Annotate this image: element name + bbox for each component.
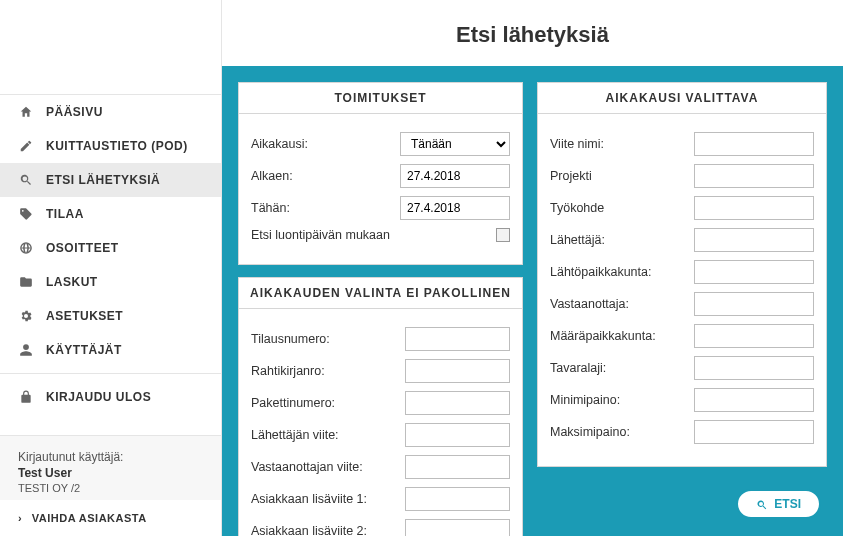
search-row: ETSI [537,479,827,519]
tavaralaji-label: Tavaralaji: [550,361,694,375]
rahtikirjanro-input[interactable] [405,359,510,383]
nav-item-kuittaustieto[interactable]: KUITTAUSTIETO (POD) [0,129,221,163]
change-customer-label: VAIHDA ASIAKASTA [32,512,147,524]
page-title: Etsi lähetyksiä [222,0,843,66]
maarapaikka-input[interactable] [694,324,814,348]
user-company: TESTI OY /2 [18,482,203,494]
search-icon [18,173,34,187]
maarapaikka-label: Määräpaikkakunta: [550,329,694,343]
home-icon [18,105,34,119]
aikakausi-select[interactable]: Tänään [400,132,510,156]
tyokohde-label: Työkohde [550,201,694,215]
minimipaino-input[interactable] [694,388,814,412]
globe-icon [18,241,34,255]
tahan-label: Tähän: [251,201,400,215]
tahan-input[interactable] [400,196,510,220]
nav-label: TILAA [46,207,84,221]
sidebar-logo-area [0,0,221,95]
viitenimi-label: Viite nimi: [550,137,694,151]
nav-label: LASKUT [46,275,98,289]
search-icon [756,498,768,510]
alkaen-input[interactable] [400,164,510,188]
pakettinumero-label: Pakettinumero: [251,396,405,410]
tilausnumero-label: Tilausnumero: [251,332,405,346]
nav-label: ASETUKSET [46,309,123,323]
logged-in-label: Kirjautunut käyttäjä: [18,450,203,464]
card-header: AIKAKAUDEN VALINTA EI PAKOLLINEN [239,278,522,309]
tavaralaji-input[interactable] [694,356,814,380]
lahettaja-input[interactable] [694,228,814,252]
nav-item-etsi-lahetyksia[interactable]: ETSI LÄHETYKSIÄ [0,163,221,197]
projekti-label: Projekti [550,169,694,183]
card-aikakausi-valittava: AIKAKAUSI VALITTAVA Viite nimi: Projekti… [537,82,827,467]
vastaanottajan-viite-input[interactable] [405,455,510,479]
card-toimitukset: TOIMITUKSET Aikakausi: Tänään Alkaen: Tä… [238,82,523,265]
tyokohde-input[interactable] [694,196,814,220]
nav-item-laskut[interactable]: LASKUT [0,265,221,299]
folder-icon [18,275,34,289]
search-button[interactable]: ETSI [736,489,821,519]
nav-label: KÄYTTÄJÄT [46,343,122,357]
nav-item-asetukset[interactable]: ASETUKSET [0,299,221,333]
maksimipaino-label: Maksimipaino: [550,425,694,439]
nav-separator [0,373,221,374]
lisaviite1-input[interactable] [405,487,510,511]
lahtopaikka-input[interactable] [694,260,814,284]
search-button-label: ETSI [774,497,801,511]
projekti-input[interactable] [694,164,814,188]
pakettinumero-input[interactable] [405,391,510,415]
user-info: Kirjautunut käyttäjä: Test User TESTI OY… [0,435,221,500]
lisaviite1-label: Asiakkaan lisäviite 1: [251,492,405,506]
lock-icon [18,390,34,404]
nav-item-tilaa[interactable]: TILAA [0,197,221,231]
vastaanottajan-viite-label: Vastaanottajan viite: [251,460,405,474]
nav-label: KIRJAUDU ULOS [46,390,151,404]
tag-icon [18,207,34,221]
luontipaiva-checkbox[interactable] [496,228,510,242]
nav: PÄÄSIVU KUITTAUSTIETO (POD) ETSI LÄHETYK… [0,95,221,414]
nav-label: ETSI LÄHETYKSIÄ [46,173,160,187]
content: TOIMITUKSET Aikakausi: Tänään Alkaen: Tä… [222,66,843,536]
vastaanottaja-label: Vastaanottaja: [550,297,694,311]
nav-item-paasivu[interactable]: PÄÄSIVU [0,95,221,129]
nav-label: KUITTAUSTIETO (POD) [46,139,188,153]
change-customer-link[interactable]: VAIHDA ASIAKASTA [0,500,221,536]
alkaen-label: Alkaen: [251,169,400,183]
lahtopaikka-label: Lähtöpaikkakunta: [550,265,694,279]
sidebar: PÄÄSIVU KUITTAUSTIETO (POD) ETSI LÄHETYK… [0,0,222,536]
tilausnumero-input[interactable] [405,327,510,351]
luontipaiva-label: Etsi luontipäivän mukaan [251,228,496,242]
user-name: Test User [18,466,203,480]
nav-item-logout[interactable]: KIRJAUDU ULOS [0,380,221,414]
nav-item-kayttajat[interactable]: KÄYTTÄJÄT [0,333,221,367]
lisaviite2-label: Asiakkaan lisäviite 2: [251,524,405,536]
viitenimi-input[interactable] [694,132,814,156]
card-optional: AIKAKAUDEN VALINTA EI PAKOLLINEN Tilausn… [238,277,523,536]
nav-item-osoitteet[interactable]: OSOITTEET [0,231,221,265]
user-icon [18,343,34,357]
lahettajan-viite-label: Lähettäjän viite: [251,428,405,442]
card-header: TOIMITUKSET [239,83,522,114]
lahettaja-label: Lähettäjä: [550,233,694,247]
maksimipaino-input[interactable] [694,420,814,444]
aikakausi-label: Aikakausi: [251,137,400,151]
nav-label: OSOITTEET [46,241,119,255]
minimipaino-label: Minimipaino: [550,393,694,407]
main: Etsi lähetyksiä TOIMITUKSET Aikakausi: T… [222,0,843,536]
gear-icon [18,309,34,323]
lisaviite2-input[interactable] [405,519,510,536]
lahettajan-viite-input[interactable] [405,423,510,447]
nav-label: PÄÄSIVU [46,105,103,119]
rahtikirjanro-label: Rahtikirjanro: [251,364,405,378]
card-header: AIKAKAUSI VALITTAVA [538,83,826,114]
vastaanottaja-input[interactable] [694,292,814,316]
pencil-icon [18,139,34,153]
